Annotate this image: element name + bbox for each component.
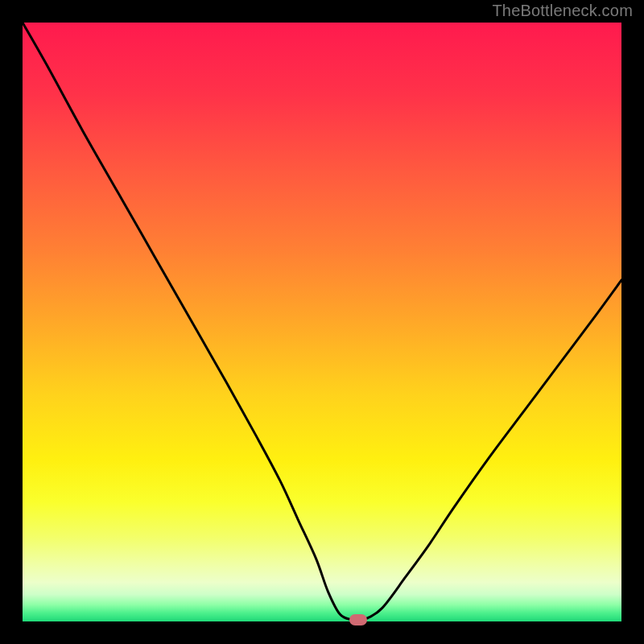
- chart-svg: [23, 23, 621, 621]
- gradient-background: [23, 23, 621, 621]
- chart-frame: TheBottleneck.com: [0, 0, 644, 644]
- watermark-text: TheBottleneck.com: [492, 2, 633, 20]
- plot-area: [23, 23, 621, 621]
